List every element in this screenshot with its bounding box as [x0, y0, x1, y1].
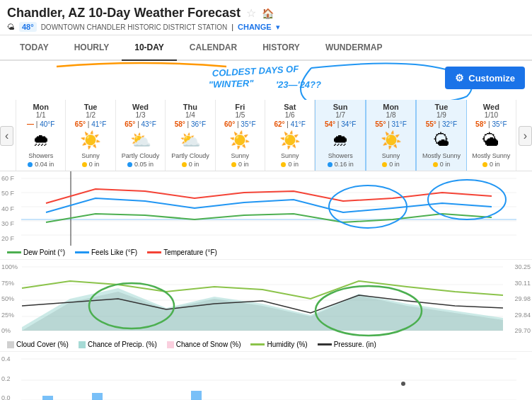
temp-chart-svg [21, 171, 516, 246]
dewpoint-label: Dew Point (°) [23, 248, 65, 256]
card-precip: 0 in [267, 161, 312, 168]
bottom-y-axis: 0.4 0.2 0.0 [0, 352, 21, 400]
weather-card[interactable]: Sat 1/6 62° | 41°F ☀️ Sunny 0 in [265, 100, 315, 171]
precip-dot [281, 162, 286, 167]
precip-value: 0 in [89, 161, 100, 168]
card-temps: 58° | 35°F [469, 120, 514, 128]
card-condition: Showers [318, 152, 362, 159]
weather-icon: ☀️ [218, 130, 262, 150]
temp-label: Temperature (°F) [163, 248, 217, 256]
legend-dewpoint: Dew Point (°) [7, 248, 65, 256]
tab-today[interactable]: TODAY [7, 35, 62, 61]
bottom-chart-svg [21, 352, 516, 400]
card-temps: 65° | 43°F [118, 120, 163, 128]
precip-chance-color [79, 341, 86, 348]
precip-chart-svg [21, 260, 504, 338]
star-icon[interactable]: ☆ [246, 6, 256, 20]
card-temps: 60° | 35°F [218, 120, 262, 128]
bottom-chart-section: 0.4 0.2 0.0 Precip. Accum. Total (in) Ho… [0, 352, 532, 400]
weather-section: ‹ Mon 1/1 — | 40°F 🌧 Showers 0.04 in Tue… [0, 100, 532, 171]
weather-card[interactable]: Tue 1/9 55° | 32°F 🌤 Mostly Sunny 0 in [416, 100, 466, 171]
card-date: 1/9 [419, 111, 463, 119]
card-condition: Partly Cloudy [168, 152, 212, 159]
card-date: 1/5 [218, 111, 262, 119]
card-day: Tue [68, 103, 112, 111]
weather-icon: 🌥 [469, 130, 514, 150]
card-condition: Mostly Sunny [469, 152, 514, 159]
precip-chance-label: Chance of Precip. (%) [88, 341, 157, 348]
weather-card[interactable]: Mon 1/1 — | 40°F 🌧 Showers 0.04 in [16, 100, 66, 171]
card-condition: Mostly Sunny [419, 152, 463, 159]
temp-chart-legend: Dew Point (°) Feels Like (°F) Temperatur… [0, 246, 532, 259]
weather-card[interactable]: Thu 1/4 58° | 36°F ⛅ Partly Cloudy 0 in [166, 100, 215, 171]
card-day: Sat [267, 103, 312, 111]
tab-calendar[interactable]: CALENDAR [177, 35, 250, 61]
home-icon[interactable]: 🏠 [262, 8, 274, 19]
tab-wundermap[interactable]: WUNDERMAP [313, 35, 395, 61]
precip-dot [182, 162, 187, 167]
precip-dot [127, 162, 132, 167]
legend-cloudcover: Cloud Cover (%) [7, 341, 69, 348]
card-temps: 65° | 41°F [68, 120, 112, 128]
weather-card[interactable]: Fri 1/5 60° | 35°F ☀️ Sunny 0 in [216, 100, 265, 171]
precip-chart-legend: Cloud Cover (%) Chance of Precip. (%) Ch… [0, 338, 532, 351]
snow-chance-label: Chance of Snow (%) [176, 341, 241, 348]
precip-dot [328, 162, 332, 167]
nav-tabs: TODAY HOURLY 10-DAY CALENDAR HISTORY WUN… [0, 35, 532, 61]
precip-dot [28, 162, 33, 167]
precip-value: 0 in [189, 161, 200, 168]
precip-dot [82, 162, 87, 167]
cloudcover-color [7, 341, 14, 348]
svg-rect-25 [92, 393, 103, 400]
weather-icon: ☀️ [267, 130, 312, 150]
next-arrow[interactable]: › [519, 126, 532, 146]
page-title: Chandler, AZ 10-Day Weather Forecast [7, 6, 241, 21]
precip-dot [231, 162, 236, 167]
precip-value: 0 in [288, 161, 299, 168]
svg-rect-24 [42, 396, 53, 400]
station-name: DOWNTOWN CHANDLER HISTORIC DISTRICT STAT… [41, 23, 228, 31]
card-day: Sun [318, 103, 362, 111]
weather-icon: 🌧 [318, 130, 362, 150]
temp-color [147, 251, 161, 253]
card-day: Wed [469, 103, 514, 111]
weather-card[interactable]: Tue 1/2 65° | 41°F ☀️ Sunny 0 in [66, 100, 115, 171]
tab-10day[interactable]: 10-DAY [122, 35, 177, 61]
weather-card[interactable]: Mon 1/8 55° | 31°F ☀️ Sunny 0 in [366, 100, 416, 171]
card-condition: Partly Cloudy [118, 152, 163, 159]
gear-icon: ⚙ [455, 72, 464, 84]
card-condition: Sunny [68, 152, 112, 159]
weather-card[interactable]: Wed 1/3 65° | 43°F ⛅ Partly Cloudy 0.05 … [116, 100, 166, 171]
change-link[interactable]: CHANGE [238, 23, 272, 31]
card-condition: Sunny [267, 152, 312, 159]
weather-icon: ⛅ [168, 130, 212, 150]
card-day: Tue [419, 103, 463, 111]
card-date: 1/2 [68, 111, 112, 119]
card-date: 1/3 [118, 111, 163, 119]
card-day: Thu [168, 103, 212, 111]
precip-value: 0 in [490, 161, 500, 168]
precip-value: 0 in [238, 161, 249, 168]
weather-card[interactable]: Wed 1/10 58° | 35°F 🌥 Mostly Sunny 0 in [467, 100, 516, 171]
card-temps: 54° | 34°F [318, 120, 362, 128]
precip-value: 0 in [440, 161, 451, 168]
precip-dot [382, 162, 387, 167]
dropdown-arrow-icon[interactable]: ▾ [276, 23, 280, 32]
card-date: 1/1 [18, 111, 63, 119]
card-day: Fri [218, 103, 262, 111]
tab-history[interactable]: HISTORY [250, 35, 313, 61]
legend-temp: Temperature (°F) [147, 248, 217, 256]
card-temps: 58° | 36°F [168, 120, 212, 128]
card-condition: Sunny [218, 152, 262, 159]
weather-card[interactable]: Sun 1/7 54° | 34°F 🌧 Showers 0.16 in [315, 100, 365, 171]
tab-hourly[interactable]: HOURLY [62, 35, 122, 61]
temp-y-axis: 60 F 50 F 40 F 30 F 20 F [0, 171, 21, 246]
legend-pressure: Pressure. (in) [318, 341, 376, 348]
humidity-label: Humidity (%) [267, 341, 307, 348]
card-date: 1/6 [267, 111, 312, 119]
card-date: 1/10 [469, 111, 514, 119]
precip-dot [433, 162, 438, 167]
dewpoint-color [7, 251, 21, 253]
customize-button[interactable]: ⚙ Customize [445, 67, 525, 89]
prev-arrow[interactable]: ‹ [0, 126, 13, 146]
